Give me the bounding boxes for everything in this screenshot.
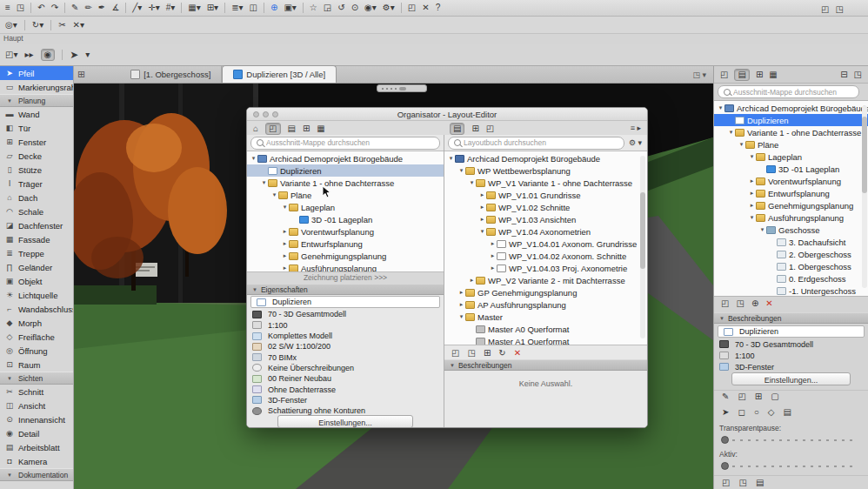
toolbox-section-dokumentation[interactable]: ▼ Dokumentation bbox=[0, 468, 73, 481]
tree-item-master-a1[interactable]: Master A1 Querformat bbox=[444, 335, 647, 345]
trace-reference-icon[interactable]: ◰ bbox=[722, 479, 730, 487]
project-chooser-icon[interactable]: ⌂ bbox=[253, 124, 258, 133]
window-layout-right-icon[interactable]: ◳ bbox=[835, 5, 843, 14]
dialog-settings-button[interactable]: Einstellungen... bbox=[277, 415, 413, 428]
separator[interactable] bbox=[303, 3, 304, 13]
orbit-icon[interactable]: ⊙ bbox=[351, 3, 358, 12]
pen-sets-icon[interactable]: ◉▾ bbox=[364, 3, 377, 12]
tool-kamera[interactable]: ◘ Kamera bbox=[0, 454, 73, 468]
disclosure-arrow-icon[interactable]: ▾ bbox=[260, 179, 268, 186]
disclosure-arrow-icon[interactable]: ▾ bbox=[457, 313, 465, 320]
pet-palette[interactable] bbox=[377, 84, 427, 92]
tracker-icon[interactable]: ◉ bbox=[41, 49, 56, 61]
tree-item-wp-v1-04-01[interactable]: ▸ WP_V1.04.01 Axonom. Grundrisse bbox=[444, 238, 647, 250]
tree-item-wp-v1-03[interactable]: ▸ WP_V1.03 Ansichten bbox=[444, 213, 647, 225]
nav-item-dachaufsicht[interactable]: 3. Dachaufsicht bbox=[714, 236, 868, 248]
disclosure-arrow-icon[interactable]: ▾ bbox=[281, 204, 289, 211]
tool-markierungsrahmen[interactable]: ▭ Markierungsrahmen bbox=[0, 80, 73, 94]
disclosure-arrow-icon[interactable]: ▾ bbox=[457, 167, 465, 174]
tool-tuer[interactable]: ◧ Tür bbox=[0, 121, 73, 135]
tree-item-wp-v1-02[interactable]: ▸ WP_V1.02 Schnitte bbox=[444, 201, 647, 213]
inject-parameters-icon[interactable]: ✒ bbox=[98, 3, 105, 12]
tree-item-wp-v1[interactable]: ▾ WP_V1 Variante 1 - ohne Dachterrasse bbox=[444, 177, 647, 189]
tool-schnitt[interactable]: ✂ Schnitt bbox=[0, 385, 73, 399]
pickup-parameters-icon[interactable]: ✏ bbox=[84, 3, 91, 12]
marker-icon[interactable]: ✎ bbox=[71, 3, 78, 12]
disclosure-arrow-icon[interactable]: ▾ bbox=[270, 191, 278, 198]
tree-item-variante-1[interactable]: ▾ Variante 1 - ohne Dachterrasse bbox=[247, 177, 444, 189]
disclosure-arrow-icon[interactable]: ▾ bbox=[250, 155, 257, 162]
tree-item-wp-v2[interactable]: ▸ WP_V2 Variante 2 - mit Dachterrasse bbox=[444, 274, 647, 286]
tool-fenster[interactable]: ⊞ Fenster bbox=[0, 135, 73, 149]
separator[interactable] bbox=[125, 3, 126, 13]
tree-item-genehmigungsplanung[interactable]: ▸ Genehmigungsplanung bbox=[247, 250, 444, 262]
minimize-window-icon[interactable] bbox=[263, 111, 269, 117]
separator[interactable] bbox=[64, 3, 65, 13]
tree-item-ap[interactable]: ▸ AP Ausführungsplanung bbox=[444, 298, 647, 311]
disclosure-arrow-icon[interactable]: ▸ bbox=[281, 265, 289, 271]
circle-icon[interactable]: ○ bbox=[754, 408, 759, 417]
disclosure-arrow-icon[interactable]: ▾ bbox=[758, 226, 766, 233]
disclosure-arrow-icon[interactable]: ▸ bbox=[478, 204, 486, 211]
gravity-icon[interactable]: ▦▾ bbox=[188, 3, 200, 12]
hatch-icon[interactable]: ▤ bbox=[783, 408, 791, 417]
tab-overview-icon[interactable]: ◳ bbox=[17, 3, 24, 12]
delete-icon[interactable]: ✕ bbox=[765, 299, 772, 308]
tool-stuetze[interactable]: ▯ Stütze bbox=[0, 163, 73, 177]
disclosure-arrow-icon[interactable]: ▾ bbox=[748, 153, 756, 160]
sidebar-settings-button[interactable]: Einstellungen... bbox=[731, 372, 851, 385]
close-icon[interactable]: ✕ bbox=[422, 3, 429, 12]
measure-icon[interactable]: ∡ bbox=[111, 3, 119, 12]
tree-item-vorentwurfsplanung[interactable]: ▸ Vorentwurfsplanung bbox=[247, 225, 444, 238]
tool-freiflaeche[interactable]: ◇ Freifläche bbox=[0, 330, 73, 344]
tree-item-master[interactable]: ▾ Master bbox=[444, 311, 647, 323]
redo-icon[interactable]: ↷ bbox=[51, 3, 58, 12]
tree-item-wp-v1-04-03[interactable]: ▸ WP_V1.04.03 Proj. Axonometrie bbox=[444, 262, 647, 274]
tab-1-obergeschoss[interactable]: [1. Obergeschoss] bbox=[120, 66, 222, 83]
disclosure-arrow-icon[interactable]: ▸ bbox=[489, 265, 497, 271]
toolbox-toggle-icon[interactable]: ◰▾ bbox=[5, 50, 17, 59]
descriptions-header[interactable]: ▼ Beschreibungen bbox=[714, 312, 868, 324]
tool-schale[interactable]: ◠ Schale bbox=[0, 204, 73, 218]
delete-commands-icon[interactable]: ✕▾ bbox=[73, 21, 84, 30]
toolbox-section-planung[interactable]: ▼ Planung bbox=[0, 94, 73, 107]
user-origin-icon[interactable]: ⊕ bbox=[270, 3, 277, 12]
navigator-map-icon[interactable]: ◰ bbox=[720, 70, 728, 79]
copy-icon[interactable]: ◰ bbox=[738, 392, 745, 401]
dialog-menu-icon[interactable]: ≡ ▸ bbox=[631, 124, 641, 132]
quick-layout-icon[interactable]: ⊞ bbox=[77, 69, 85, 80]
tool-fassade[interactable]: ▦ Fassade bbox=[0, 232, 73, 246]
grid-snap-icon[interactable]: #▾ bbox=[166, 3, 176, 12]
tool-pfeil[interactable]: ➤ Pfeil bbox=[0, 66, 73, 80]
tool-wandabschluss[interactable]: ⌐ Wandabschluss bbox=[0, 302, 73, 316]
tree-item-layoutbook-root[interactable]: ▾ Archicad Demoprojekt Bürogebäude bbox=[444, 152, 647, 164]
nav-item-geschosse[interactable]: ▾ Geschosse bbox=[714, 224, 868, 236]
tree-item-project-root[interactable]: ▾ Archicad Demoprojekt Bürogebäude bbox=[247, 152, 444, 164]
nav-item-2-obergeschoss[interactable]: 2. Obergeschoss bbox=[714, 248, 868, 260]
navigator-scrollbar[interactable] bbox=[862, 105, 867, 288]
tool-traeger[interactable]: Ⅰ Träger bbox=[0, 177, 73, 191]
help-icon[interactable]: ? bbox=[436, 3, 441, 12]
separator[interactable] bbox=[264, 3, 264, 13]
disclosure-arrow-icon[interactable]: ▸ bbox=[457, 301, 465, 308]
tab-overflow-icon[interactable]: ◳ ▾ bbox=[692, 70, 706, 79]
worksheet-icon[interactable]: ▤ bbox=[756, 479, 764, 487]
separator[interactable] bbox=[401, 3, 402, 13]
tree-item-wp-v1-04[interactable]: ▾ WP_V1.04 Axonometrien bbox=[444, 225, 647, 238]
rebuild-icon[interactable]: ↺ bbox=[337, 3, 344, 12]
panels-icon[interactable]: ◰ bbox=[408, 3, 416, 12]
tool-objekt[interactable]: ▣ Objekt bbox=[0, 274, 73, 288]
capture-icon[interactable]: ◲ bbox=[324, 3, 331, 12]
snap-guides-icon[interactable]: ✛▾ bbox=[148, 3, 159, 12]
disclosure-arrow-icon[interactable]: ▸ bbox=[489, 252, 497, 259]
edit-icon[interactable]: ✎ bbox=[722, 392, 729, 401]
separator[interactable] bbox=[62, 50, 63, 60]
clone-folder-icon[interactable]: ⊕ bbox=[751, 299, 758, 308]
separator[interactable] bbox=[30, 3, 31, 13]
separator[interactable] bbox=[224, 3, 225, 13]
tree-item-wp[interactable]: ▾ WP Wettbewerbsplanung bbox=[444, 164, 647, 177]
place-drawing-button[interactable]: Zeichnung platzieren >>> bbox=[247, 272, 444, 285]
disclosure-arrow-icon[interactable]: ▾ bbox=[727, 129, 735, 136]
publisher-map-icon[interactable]: ▦ bbox=[769, 70, 777, 79]
nav-item-vorentwurfsplanung[interactable]: ▸ Vorentwurfsplanung bbox=[714, 175, 868, 187]
